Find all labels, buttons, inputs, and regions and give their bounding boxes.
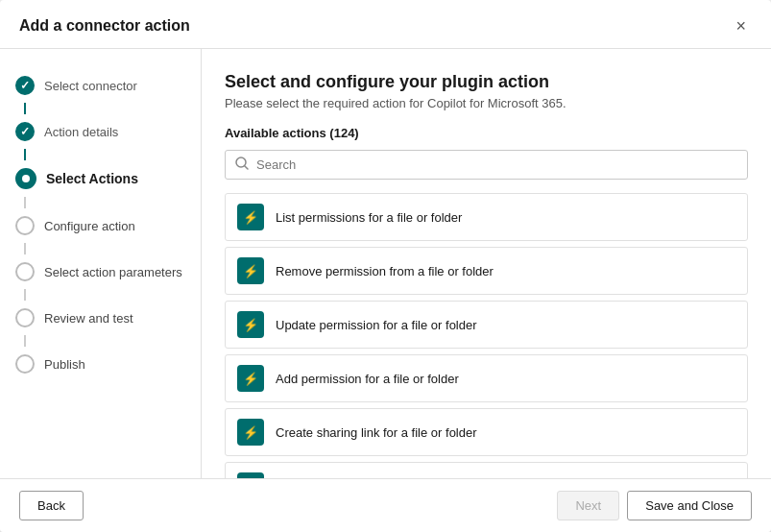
step-label-action-details: Action details [44,125,118,139]
sidebar-item-select-actions[interactable]: Select Actions [0,160,201,197]
action-icon-list-permissions: ⚡ [237,204,264,230]
action-text-remove-permission: Remove permission from a file or folder [276,264,494,278]
sidebar-item-select-connector[interactable]: Select connector [0,68,201,103]
modal-footer: Back Next Save and Close [0,478,771,532]
step-circle-configure-action [15,216,35,235]
step-connector-6 [24,335,26,347]
step-connector-2 [24,149,26,160]
action-item-render-item-attachment[interactable]: ⚡ Render item attachment thumbnail, with… [225,462,748,478]
sidebar: Select connector Action details Select A… [0,49,202,478]
action-icon-create-sharing-link: ⚡ [237,419,264,446]
modal-container: Add a connector action × Select connecto… [0,0,771,532]
step-connector-3 [24,197,26,208]
footer-right: Next Save and Close [557,491,752,520]
step-connector-4 [24,243,26,254]
action-icon-remove-permission: ⚡ [237,257,264,284]
action-item-remove-permission[interactable]: ⚡ Remove permission from a file or folde… [225,247,748,295]
step-circle-action-details [15,122,35,141]
action-text-add-permission: Add permission for a file or folder [276,372,459,386]
sidebar-item-select-action-parameters[interactable]: Select action parameters [0,254,201,289]
sidebar-item-review-and-test[interactable]: Review and test [0,301,201,335]
step-connector-1 [24,103,26,114]
action-text-create-sharing-link: Create sharing link for a file or folder [276,425,477,440]
section-subtitle: Please select the required action for Co… [225,96,748,110]
search-icon [235,157,249,173]
action-item-list-permissions[interactable]: ⚡ List permissions for a file or folder [225,193,748,241]
sidebar-item-configure-action[interactable]: Configure action [0,208,201,243]
modal-title: Add a connector action [19,17,190,35]
available-label: Available actions (124) [225,126,748,140]
step-label-review-and-test: Review and test [44,311,133,326]
close-button[interactable]: × [730,15,752,36]
action-text-list-permissions: List permissions for a file or folder [276,210,462,225]
step-circle-select-actions [15,168,36,189]
back-button[interactable]: Back [19,491,84,520]
save-close-button[interactable]: Save and Close [627,491,752,520]
svg-line-1 [245,166,248,169]
modal-body: Select connector Action details Select A… [0,49,771,478]
actions-list: ⚡ List permissions for a file or folder … [225,193,748,478]
modal-header: Add a connector action × [0,0,771,49]
step-label-publish: Publish [44,357,85,372]
step-circle-review-and-test [15,308,35,327]
step-label-configure-action: Configure action [44,219,135,233]
action-icon-update-permission: ⚡ [237,311,264,338]
step-circle-select-action-parameters [15,262,35,281]
sidebar-item-action-details[interactable]: Action details [0,114,201,149]
next-button[interactable]: Next [557,491,619,520]
main-content: Select and configure your plugin action … [202,49,771,478]
step-label-select-actions: Select Actions [46,171,138,186]
step-label-select-action-parameters: Select action parameters [44,265,182,279]
section-title: Select and configure your plugin action [225,72,748,92]
search-input[interactable] [256,157,737,172]
step-circle-publish [15,354,35,374]
action-item-create-sharing-link[interactable]: ⚡ Create sharing link for a file or fold… [225,408,748,456]
action-item-update-permission[interactable]: ⚡ Update permission for a file or folder [225,301,748,349]
sidebar-item-publish[interactable]: Publish [0,347,201,381]
action-icon-add-permission: ⚡ [237,365,264,392]
step-circle-select-connector [15,76,35,95]
action-item-add-permission[interactable]: ⚡ Add permission for a file or folder [225,354,748,402]
search-box [225,150,748,180]
action-text-update-permission: Update permission for a file or folder [276,318,477,332]
step-connector-5 [24,289,26,301]
step-label-select-connector: Select connector [44,79,137,93]
